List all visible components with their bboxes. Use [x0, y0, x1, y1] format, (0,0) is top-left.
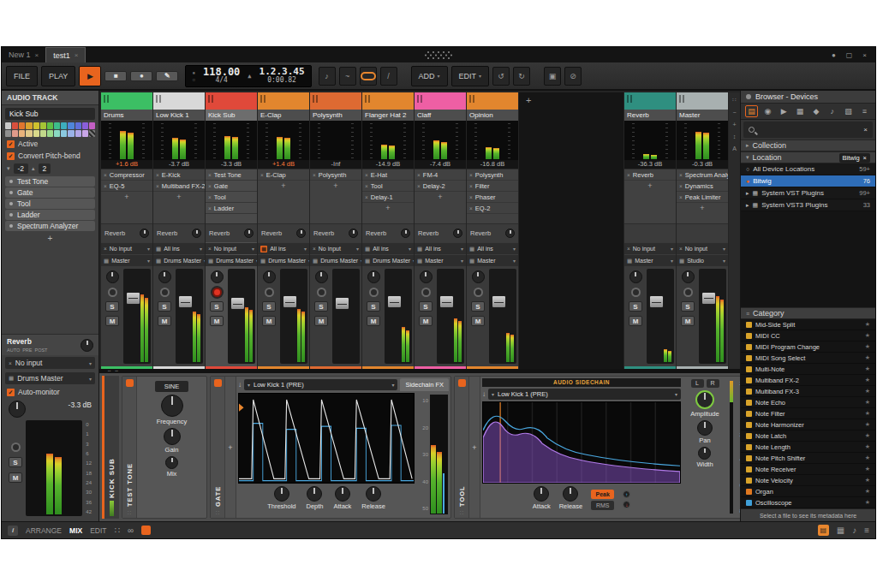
music-tab[interactable]: ♪: [826, 105, 838, 117]
input-selector[interactable]: × No input ▾: [5, 357, 95, 369]
channel-color-bar[interactable]: [258, 92, 309, 110]
mute-button[interactable]: M: [367, 316, 380, 326]
play-menu-button[interactable]: PLAY: [41, 66, 75, 86]
pan-knob[interactable]: [472, 270, 485, 283]
favorite-star-icon[interactable]: ★: [865, 321, 870, 328]
inspector-add-device-button[interactable]: +: [2, 232, 98, 245]
send-knob[interactable]: [401, 229, 410, 238]
restore-window-icon[interactable]: ▢: [846, 51, 853, 59]
device-test-tone[interactable]: TEST TONE ∷ SINE Frequency Gain Mix: [122, 376, 207, 519]
category-item[interactable]: MIDI Program Change★: [741, 342, 875, 353]
color-swatch[interactable]: [54, 122, 60, 129]
send-knob[interactable]: [453, 229, 462, 238]
fader-handle[interactable]: [387, 295, 402, 308]
color-swatch[interactable]: [5, 122, 11, 129]
favorite-star-icon[interactable]: ★: [865, 421, 870, 428]
track-pan-knob[interactable]: [9, 401, 26, 418]
solo-button[interactable]: S: [419, 301, 433, 312]
favorite-star-icon[interactable]: ★: [865, 477, 870, 484]
record-arm-button[interactable]: [317, 288, 326, 297]
channel-send[interactable]: Reverb: [206, 223, 257, 242]
sidechain-source-select[interactable]: ▾ Low Kick 1 (PRE) ▾: [488, 389, 681, 400]
peak-mode-button[interactable]: Peak: [591, 490, 614, 499]
channel-device-item[interactable]: ×E-Kick: [153, 169, 205, 181]
channel-send[interactable]: [677, 223, 728, 242]
favorite-star-icon[interactable]: ★: [865, 410, 870, 417]
sidechain-source-select[interactable]: ▾ Low Kick 1 (PRE) ▾: [244, 379, 397, 390]
channel-color-bar[interactable]: [467, 92, 518, 110]
play-button[interactable]: ▶: [79, 66, 101, 86]
color-swatch[interactable]: [19, 130, 25, 137]
favorite-star-icon[interactable]: ★: [865, 343, 870, 350]
send-knob[interactable]: [244, 229, 254, 238]
channel-input-selector[interactable]: ▦All ins▾: [467, 243, 518, 254]
channel-device-item[interactable]: ×Compressor: [101, 169, 152, 181]
pan-knob[interactable]: [315, 270, 328, 283]
expand-icon[interactable]: ▸: [746, 190, 749, 197]
channel-color-bar[interactable]: [310, 92, 361, 110]
attack-knob[interactable]: [534, 486, 549, 502]
send-mode-post[interactable]: POST: [35, 347, 48, 353]
location-item[interactable]: ▸▦System VST3 Plugins33: [741, 199, 875, 211]
drag-grid-icon[interactable]: ∷: [732, 97, 736, 104]
color-swatch[interactable]: [89, 122, 95, 129]
bend-up-value[interactable]: 2: [39, 163, 51, 174]
narrow-channels-icon[interactable]: −: [732, 110, 736, 116]
channel-name[interactable]: Polysynth: [310, 110, 361, 121]
channel-color-bar[interactable]: [677, 92, 728, 110]
category-section-header[interactable]: ≡ Category: [741, 307, 875, 319]
channel-output-selector[interactable]: ▦Drums Master▾: [206, 255, 257, 266]
dial-mode-button[interactable]: ⊘: [564, 67, 582, 86]
status-dot-icon[interactable]: ●: [832, 51, 836, 59]
channel-input-selector[interactable]: ×No input▾: [310, 243, 361, 254]
channel-send[interactable]: [624, 223, 676, 242]
close-window-icon[interactable]: ×: [862, 51, 867, 59]
add-device-button[interactable]: +: [101, 192, 152, 202]
mixer-channel[interactable]: Low Kick 1-3.7 dB×E-Kick×Multiband FX-2+…: [153, 92, 205, 369]
devices-tab[interactable]: ▤: [745, 105, 758, 117]
mixer-empty-area[interactable]: +: [519, 92, 623, 369]
send-mode-auto[interactable]: AUTO: [7, 347, 20, 353]
volume-fader[interactable]: [437, 269, 464, 364]
amplitude-knob[interactable]: [695, 390, 714, 409]
solo-button[interactable]: S: [105, 301, 119, 312]
fader-handle[interactable]: [701, 292, 716, 305]
category-item[interactable]: MIDI CC★: [741, 330, 875, 342]
pan-knob[interactable]: [211, 270, 224, 283]
channel-output-selector[interactable]: ▦Drums Master▾: [258, 255, 309, 266]
add-device-button[interactable]: +: [677, 203, 728, 213]
auto-size-icon[interactable]: A: [732, 146, 737, 151]
channel-color-bar[interactable]: [101, 92, 152, 110]
note-quantize-icon[interactable]: ♪: [319, 67, 336, 86]
channel-device-item[interactable]: ×Gate: [206, 181, 257, 192]
fader-handle[interactable]: [126, 292, 140, 305]
device-enable-button[interactable]: [458, 379, 466, 387]
color-swatch[interactable]: [82, 122, 88, 129]
pan-knob[interactable]: [263, 270, 276, 283]
channel-device-item[interactable]: ×Delay-2: [415, 181, 466, 192]
volume-fader[interactable]: [385, 269, 412, 364]
snap-icon[interactable]: ∷: [115, 526, 120, 535]
color-swatch[interactable]: [61, 130, 67, 137]
inspector-device-item[interactable]: Ladder: [5, 210, 95, 220]
channel-device-item[interactable]: ×EQ-5: [101, 181, 152, 192]
location-item[interactable]: ○All Device Locations59+: [741, 163, 875, 175]
channel-send[interactable]: Reverb: [415, 223, 466, 242]
rms-mode-button[interactable]: RMS: [591, 501, 614, 510]
packages-tab[interactable]: ▧: [842, 105, 855, 117]
color-swatch[interactable]: [61, 122, 67, 129]
file-menu-button[interactable]: FILE: [6, 66, 38, 86]
channel-send[interactable]: Reverb: [258, 223, 309, 242]
response-up-icon[interactable]: ↑: [623, 490, 630, 498]
pan-knob[interactable]: [629, 270, 642, 283]
device-enable-button[interactable]: [126, 379, 134, 387]
record-arm-button[interactable]: [421, 288, 431, 297]
favorite-star-icon[interactable]: ★: [865, 354, 870, 361]
active-checkbox[interactable]: ✓: [7, 140, 15, 148]
channel-output-selector[interactable]: ▦Drums Master▾: [362, 255, 414, 266]
channel-input-selector[interactable]: ×No input▾: [677, 243, 728, 254]
solo-button[interactable]: S: [314, 301, 328, 312]
mixer-channel[interactable]: Drums+1.6 dB×Compressor×EQ-5+Reverb×No i…: [101, 92, 152, 369]
color-swatch[interactable]: [40, 130, 46, 137]
redo-button[interactable]: ↻: [513, 67, 530, 86]
